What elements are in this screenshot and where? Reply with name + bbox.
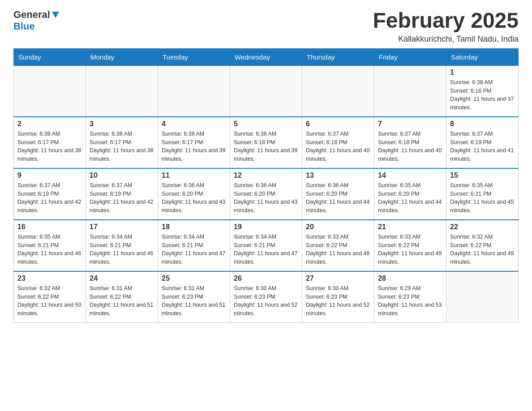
- logo-triangle-icon: [52, 12, 59, 18]
- calendar-week-row: 9Sunrise: 6:37 AM Sunset: 6:19 PM Daylig…: [14, 168, 519, 220]
- calendar-cell: 16Sunrise: 6:35 AM Sunset: 6:21 PM Dayli…: [14, 220, 86, 271]
- logo: General Blue: [13, 9, 59, 32]
- calendar-cell: 22Sunrise: 6:32 AM Sunset: 6:22 PM Dayli…: [446, 220, 519, 271]
- logo-general-text: General: [13, 9, 50, 21]
- day-info: Sunrise: 6:35 AM Sunset: 6:20 PM Dayligh…: [378, 181, 442, 215]
- day-info: Sunrise: 6:34 AM Sunset: 6:21 PM Dayligh…: [234, 233, 298, 266]
- calendar-cell: 3Sunrise: 6:38 AM Sunset: 6:17 PM Daylig…: [86, 117, 158, 168]
- day-info: Sunrise: 6:37 AM Sunset: 6:19 PM Dayligh…: [17, 181, 82, 215]
- day-info: Sunrise: 6:33 AM Sunset: 6:22 PM Dayligh…: [306, 233, 370, 266]
- calendar-cell: 18Sunrise: 6:34 AM Sunset: 6:21 PM Dayli…: [158, 220, 230, 271]
- calendar-cell: 7Sunrise: 6:37 AM Sunset: 6:18 PM Daylig…: [374, 117, 446, 168]
- weekday-header-saturday: Saturday: [446, 48, 519, 65]
- day-number: 24: [90, 274, 154, 283]
- calendar-cell: 8Sunrise: 6:37 AM Sunset: 6:19 PM Daylig…: [446, 117, 519, 168]
- calendar-table: SundayMondayTuesdayWednesdayThursdayFrid…: [13, 48, 519, 323]
- day-info: Sunrise: 6:37 AM Sunset: 6:18 PM Dayligh…: [306, 130, 370, 163]
- calendar-week-row: 1Sunrise: 6:38 AM Sunset: 6:16 PM Daylig…: [14, 65, 519, 117]
- calendar-cell: [374, 65, 446, 117]
- day-info: Sunrise: 6:36 AM Sunset: 6:20 PM Dayligh…: [234, 181, 298, 215]
- calendar-cell: 14Sunrise: 6:35 AM Sunset: 6:20 PM Dayli…: [374, 168, 446, 220]
- calendar-cell: 24Sunrise: 6:31 AM Sunset: 6:22 PM Dayli…: [86, 271, 158, 323]
- weekday-header-tuesday: Tuesday: [158, 48, 230, 65]
- day-number: 12: [234, 171, 298, 180]
- calendar-cell: 28Sunrise: 6:29 AM Sunset: 6:23 PM Dayli…: [374, 271, 446, 323]
- calendar-cell: 1Sunrise: 6:38 AM Sunset: 6:16 PM Daylig…: [446, 65, 519, 117]
- weekday-header-thursday: Thursday: [302, 48, 374, 65]
- calendar-cell: 2Sunrise: 6:38 AM Sunset: 6:17 PM Daylig…: [14, 117, 86, 168]
- day-number: 17: [90, 223, 154, 231]
- day-info: Sunrise: 6:29 AM Sunset: 6:23 PM Dayligh…: [378, 284, 442, 318]
- calendar-cell: 10Sunrise: 6:37 AM Sunset: 6:19 PM Dayli…: [86, 168, 158, 220]
- day-info: Sunrise: 6:38 AM Sunset: 6:16 PM Dayligh…: [450, 78, 515, 112]
- day-number: 27: [306, 274, 370, 283]
- location-text: Kallakkurichchi, Tamil Nadu, India: [373, 34, 519, 44]
- calendar-cell: 25Sunrise: 6:31 AM Sunset: 6:23 PM Dayli…: [158, 271, 230, 323]
- calendar-cell: [302, 65, 374, 117]
- day-number: 11: [162, 171, 226, 180]
- day-info: Sunrise: 6:38 AM Sunset: 6:17 PM Dayligh…: [90, 130, 154, 163]
- day-number: 21: [378, 223, 442, 231]
- day-info: Sunrise: 6:31 AM Sunset: 6:22 PM Dayligh…: [90, 284, 154, 318]
- weekday-header-sunday: Sunday: [14, 48, 86, 65]
- day-info: Sunrise: 6:32 AM Sunset: 6:22 PM Dayligh…: [450, 233, 515, 266]
- day-number: 5: [234, 120, 298, 128]
- calendar-week-row: 23Sunrise: 6:32 AM Sunset: 6:22 PM Dayli…: [14, 271, 519, 323]
- day-number: 1: [450, 68, 515, 77]
- calendar-cell: [158, 65, 230, 117]
- calendar-cell: 6Sunrise: 6:37 AM Sunset: 6:18 PM Daylig…: [302, 117, 374, 168]
- day-number: 9: [17, 171, 82, 180]
- day-number: 10: [90, 171, 154, 180]
- day-info: Sunrise: 6:36 AM Sunset: 6:20 PM Dayligh…: [306, 181, 370, 215]
- day-info: Sunrise: 6:38 AM Sunset: 6:18 PM Dayligh…: [234, 130, 298, 163]
- calendar-cell: [230, 65, 302, 117]
- day-number: 2: [17, 120, 82, 128]
- day-info: Sunrise: 6:36 AM Sunset: 6:20 PM Dayligh…: [162, 181, 226, 215]
- calendar-cell: 9Sunrise: 6:37 AM Sunset: 6:19 PM Daylig…: [14, 168, 86, 220]
- weekday-header-friday: Friday: [374, 48, 446, 65]
- weekday-header-wednesday: Wednesday: [230, 48, 302, 65]
- logo-blue-text: Blue: [13, 21, 35, 32]
- calendar-cell: 19Sunrise: 6:34 AM Sunset: 6:21 PM Dayli…: [230, 220, 302, 271]
- day-info: Sunrise: 6:32 AM Sunset: 6:22 PM Dayligh…: [17, 284, 82, 318]
- day-number: 3: [90, 120, 154, 128]
- calendar-cell: 11Sunrise: 6:36 AM Sunset: 6:20 PM Dayli…: [158, 168, 230, 220]
- day-info: Sunrise: 6:38 AM Sunset: 6:17 PM Dayligh…: [17, 130, 82, 163]
- day-number: 20: [306, 223, 370, 231]
- calendar-cell: 17Sunrise: 6:34 AM Sunset: 6:21 PM Dayli…: [86, 220, 158, 271]
- day-number: 14: [378, 171, 442, 180]
- day-number: 13: [306, 171, 370, 180]
- day-info: Sunrise: 6:35 AM Sunset: 6:21 PM Dayligh…: [17, 233, 82, 266]
- calendar-cell: [446, 271, 519, 323]
- calendar-week-row: 16Sunrise: 6:35 AM Sunset: 6:21 PM Dayli…: [14, 220, 519, 271]
- day-info: Sunrise: 6:35 AM Sunset: 6:21 PM Dayligh…: [450, 181, 515, 215]
- calendar-cell: 20Sunrise: 6:33 AM Sunset: 6:22 PM Dayli…: [302, 220, 374, 271]
- weekday-header-monday: Monday: [86, 48, 158, 65]
- day-info: Sunrise: 6:37 AM Sunset: 6:18 PM Dayligh…: [378, 130, 442, 163]
- day-info: Sunrise: 6:31 AM Sunset: 6:23 PM Dayligh…: [162, 284, 226, 318]
- calendar-cell: 27Sunrise: 6:30 AM Sunset: 6:23 PM Dayli…: [302, 271, 374, 323]
- calendar-cell: 4Sunrise: 6:38 AM Sunset: 6:17 PM Daylig…: [158, 117, 230, 168]
- day-number: 19: [234, 223, 298, 231]
- calendar-cell: 21Sunrise: 6:33 AM Sunset: 6:22 PM Dayli…: [374, 220, 446, 271]
- day-number: 7: [378, 120, 442, 128]
- day-number: 26: [234, 274, 298, 283]
- day-info: Sunrise: 6:30 AM Sunset: 6:23 PM Dayligh…: [306, 284, 370, 318]
- day-info: Sunrise: 6:37 AM Sunset: 6:19 PM Dayligh…: [450, 130, 515, 163]
- calendar-cell: 5Sunrise: 6:38 AM Sunset: 6:18 PM Daylig…: [230, 117, 302, 168]
- day-info: Sunrise: 6:37 AM Sunset: 6:19 PM Dayligh…: [90, 181, 154, 215]
- calendar-header-row: SundayMondayTuesdayWednesdayThursdayFrid…: [14, 48, 519, 65]
- day-number: 8: [450, 120, 515, 128]
- month-title: February 2025: [373, 9, 519, 33]
- calendar-cell: 13Sunrise: 6:36 AM Sunset: 6:20 PM Dayli…: [302, 168, 374, 220]
- calendar-cell: 23Sunrise: 6:32 AM Sunset: 6:22 PM Dayli…: [14, 271, 86, 323]
- day-info: Sunrise: 6:33 AM Sunset: 6:22 PM Dayligh…: [378, 233, 442, 266]
- day-number: 28: [378, 274, 442, 283]
- day-number: 25: [162, 274, 226, 283]
- calendar-cell: 15Sunrise: 6:35 AM Sunset: 6:21 PM Dayli…: [446, 168, 519, 220]
- day-info: Sunrise: 6:34 AM Sunset: 6:21 PM Dayligh…: [162, 233, 226, 266]
- day-number: 23: [17, 274, 82, 283]
- calendar-week-row: 2Sunrise: 6:38 AM Sunset: 6:17 PM Daylig…: [14, 117, 519, 168]
- calendar-cell: 12Sunrise: 6:36 AM Sunset: 6:20 PM Dayli…: [230, 168, 302, 220]
- calendar-cell: [14, 65, 86, 117]
